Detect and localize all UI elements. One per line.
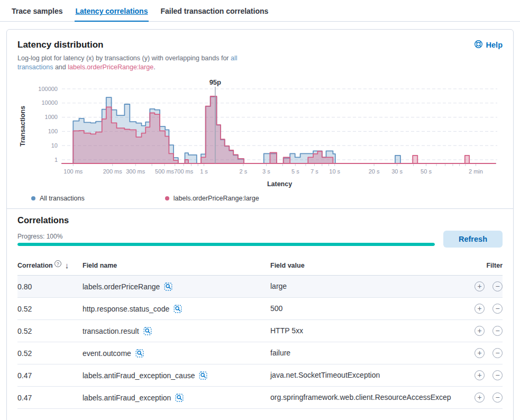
- svg-text:10: 10: [51, 142, 58, 149]
- inspect-icon[interactable]: [164, 282, 172, 291]
- filter-actions: +−: [471, 392, 503, 403]
- filter-actions: +−: [471, 304, 503, 314]
- filter-actions: +−: [471, 348, 503, 358]
- column-header-field-name: Field name: [83, 262, 270, 269]
- filter-include-button[interactable]: +: [475, 326, 485, 336]
- correlation-value: 0.80: [17, 278, 83, 296]
- svg-text:95p: 95p: [209, 78, 221, 86]
- filter-exclude-button[interactable]: −: [492, 348, 503, 358]
- progress-row: Progress: 100% Refresh: [17, 231, 503, 248]
- filter-include-button[interactable]: +: [475, 370, 485, 380]
- filter-exclude-button[interactable]: −: [492, 304, 503, 314]
- legend-item[interactable]: labels.orderPriceRange:large: [165, 195, 259, 202]
- column-header-field-value: Field value: [270, 262, 471, 269]
- svg-text:700 ms: 700 ms: [174, 168, 194, 175]
- table-row: 0.80labels.orderPriceRangelarge+−: [17, 276, 503, 298]
- table-row: 0.52transaction.resultHTTP 5xx+−: [17, 320, 503, 342]
- correlations-table: Correlation ? ↓ Field name Field value F…: [17, 257, 503, 409]
- correlation-value: 0.47: [17, 389, 83, 407]
- svg-text:10 s: 10 s: [329, 168, 340, 175]
- svg-text:10000: 10000: [41, 99, 58, 106]
- tab-trace-samples[interactable]: Trace samples: [11, 5, 64, 21]
- column-header-filter: Filter: [471, 262, 503, 269]
- description-text: Log-log plot for latency (x) by transact…: [17, 54, 229, 62]
- correlation-value: 0.52: [17, 300, 83, 318]
- field-value: org.springframework.web.client.ResourceA…: [270, 387, 460, 408]
- refresh-button[interactable]: Refresh: [443, 231, 503, 248]
- correlation-header-label: Correlation: [17, 262, 53, 269]
- table-header: Correlation ? ↓ Field name Field value F…: [17, 257, 503, 276]
- table-row: 0.47labels.antiFraud_exceptionorg.spring…: [17, 387, 503, 409]
- field-name-cell: http.response.status_code: [83, 300, 270, 318]
- filter-exclude-button[interactable]: −: [492, 392, 503, 403]
- progress-bar: [17, 243, 435, 246]
- filter-include-button[interactable]: +: [475, 392, 485, 403]
- tab-latency-correlations[interactable]: Latency correlations: [75, 5, 149, 21]
- field-name-cell: labels.orderPriceRange: [83, 278, 270, 296]
- table-row: 0.47labels.antiFraud_exception_causejava…: [17, 364, 503, 387]
- help-label: Help: [486, 41, 503, 49]
- correlations-heading: Correlations: [17, 215, 503, 225]
- correlation-value: 0.47: [17, 367, 83, 385]
- filter-include-button[interactable]: +: [475, 348, 485, 358]
- inspect-icon[interactable]: [135, 349, 144, 358]
- inspect-icon[interactable]: [174, 305, 182, 313]
- legend-dot-icon: [165, 196, 169, 200]
- svg-text:Transactions: Transactions: [19, 106, 26, 147]
- legend-item[interactable]: All transactions: [31, 195, 85, 202]
- column-header-correlation[interactable]: Correlation ? ↓: [17, 261, 83, 270]
- field-value: failure: [270, 342, 460, 364]
- panel-header: Latency distribution Help: [17, 40, 503, 50]
- svg-text:100 ms: 100 ms: [63, 168, 83, 175]
- field-value: large: [270, 276, 460, 297]
- chart-description: Log-log plot for latency (x) by transact…: [17, 54, 270, 72]
- filter-include-button[interactable]: +: [475, 304, 485, 314]
- inspect-icon[interactable]: [199, 371, 207, 380]
- svg-text:1: 1: [54, 157, 58, 163]
- svg-text:300 ms: 300 ms: [126, 168, 145, 175]
- progress-bar-fill: [17, 243, 435, 246]
- filter-include-button[interactable]: +: [475, 281, 485, 291]
- progress-label: Progress: 100%: [17, 233, 435, 240]
- help-lifebuoy-icon: [474, 40, 483, 50]
- svg-text:30 s: 30 s: [391, 168, 403, 175]
- filter-exclude-button[interactable]: −: [492, 326, 503, 336]
- tabs-bar: Trace samples Latency correlations Faile…: [0, 0, 520, 22]
- svg-text:200 ms: 200 ms: [103, 168, 123, 175]
- svg-text:500 ms: 500 ms: [155, 168, 175, 175]
- inspect-icon[interactable]: [143, 327, 152, 335]
- order-price-range-link[interactable]: labels.orderPriceRange:large: [68, 63, 153, 71]
- inspect-icon[interactable]: [175, 394, 184, 402]
- svg-text:1 s: 1 s: [200, 168, 208, 175]
- table-row: 0.52http.response.status_code500+−: [17, 298, 503, 320]
- correlations-table-body: 0.80labels.orderPriceRangelarge+−0.52htt…: [17, 276, 503, 409]
- field-value: HTTP 5xx: [270, 320, 460, 342]
- latency-distribution-chart[interactable]: 100000100001000100101100 ms200 ms300 ms5…: [17, 78, 503, 189]
- svg-text:3 s: 3 s: [262, 168, 270, 175]
- page-title: Latency distribution: [17, 40, 103, 50]
- correlation-value: 0.52: [17, 344, 83, 362]
- field-name: labels.antiFraud_exception_cause: [83, 371, 195, 380]
- filter-exclude-button[interactable]: −: [492, 281, 503, 291]
- field-name-cell: event.outcome: [83, 344, 270, 362]
- tab-failed-transaction-correlations[interactable]: Failed transaction correlations: [159, 5, 269, 21]
- question-in-circle-icon[interactable]: ?: [54, 260, 61, 267]
- filter-actions: +−: [471, 326, 503, 336]
- description-period: .: [153, 63, 155, 71]
- field-name-cell: labels.antiFraud_exception_cause: [83, 367, 270, 385]
- svg-text:20 s: 20 s: [369, 168, 380, 175]
- svg-text:1000: 1000: [45, 114, 58, 120]
- filter-exclude-button[interactable]: −: [492, 370, 503, 380]
- field-name: labels.antiFraud_exception: [83, 394, 171, 402]
- svg-text:Latency: Latency: [267, 180, 292, 188]
- svg-text:7 s: 7 s: [311, 168, 318, 175]
- field-name: http.response.status_code: [83, 305, 169, 313]
- description-and: and: [55, 63, 66, 71]
- table-row: 0.52event.outcomefailure+−: [17, 342, 503, 364]
- divider: [7, 208, 513, 209]
- correlation-value: 0.52: [17, 322, 83, 340]
- latency-correlations-panel: Latency distribution Help Log-log plot f…: [6, 29, 514, 420]
- help-button[interactable]: Help: [474, 40, 503, 50]
- field-name: labels.orderPriceRange: [83, 282, 160, 291]
- field-value: 500: [270, 298, 460, 319]
